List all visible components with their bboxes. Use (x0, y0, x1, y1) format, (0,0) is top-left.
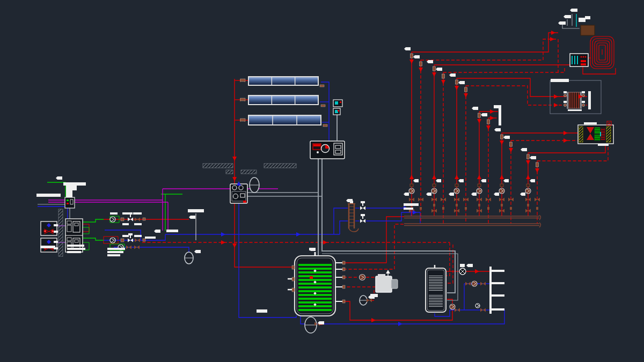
buffer-tank (288, 248, 343, 316)
solar-collector-array (248, 77, 321, 125)
pump-groups (404, 175, 540, 213)
solar-sensors (333, 100, 342, 115)
schematic-canvas (0, 0, 644, 362)
heat-exchanger-room (550, 80, 601, 114)
boiler (376, 270, 398, 292)
radiator (499, 107, 501, 125)
dhw-distribution-manifold (489, 267, 504, 314)
distribution-headers (404, 215, 541, 227)
mixing-valve (459, 264, 466, 275)
air-handling-unit (578, 121, 613, 144)
riser-valves (404, 47, 539, 224)
solar-transfer-station (230, 184, 247, 203)
solar-pump-station (310, 141, 345, 159)
valves-pumps-symbols (110, 31, 583, 326)
cad-model-space (0, 0, 644, 362)
hydraulic-separator (348, 201, 358, 232)
floor-heating-circuit (570, 36, 614, 69)
expansion-vessels (185, 178, 367, 333)
dhw-tank (426, 265, 446, 312)
